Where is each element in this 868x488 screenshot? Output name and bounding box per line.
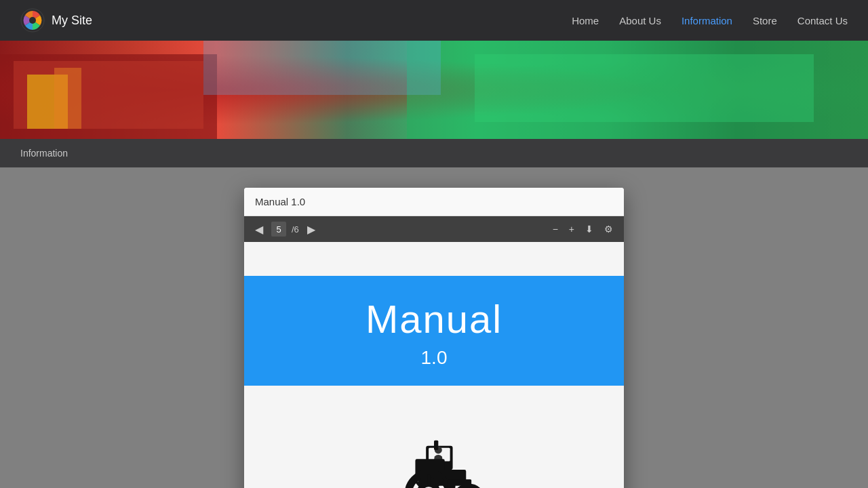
pdf-next-button[interactable]: ▶ xyxy=(304,222,318,237)
svg-rect-8 xyxy=(203,41,441,95)
site-title: My Site xyxy=(52,14,92,28)
pdf-viewer-modal: Manual 1.0 ◀ /6 ▶ − + ⬇ ⚙ Manual 1.0 xyxy=(244,188,624,488)
pdf-modal-title-text: Manual 1.0 xyxy=(255,196,305,207)
nav-item-information[interactable]: Information xyxy=(682,15,732,26)
main-content: Manual 1.0 ◀ /6 ▶ − + ⬇ ⚙ Manual 1.0 xyxy=(0,167,868,488)
nav-item-about[interactable]: About Us xyxy=(619,15,661,26)
svg-rect-5 xyxy=(54,68,81,129)
subheader-bar: Information xyxy=(0,139,868,167)
svg-point-16 xyxy=(419,484,438,488)
pdf-manual-title: Manual xyxy=(258,296,610,342)
pdf-modal-titlebar: Manual 1.0 xyxy=(244,188,624,216)
pdf-page-input[interactable] xyxy=(271,222,286,237)
nav-item-home[interactable]: Home xyxy=(572,15,599,26)
site-logo-icon xyxy=(20,8,45,33)
svg-rect-13 xyxy=(434,441,438,450)
pdf-zoom-in-button[interactable]: + xyxy=(566,222,577,236)
pdf-download-button[interactable]: ⬇ xyxy=(583,222,596,236)
pdf-settings-button[interactable]: ⚙ xyxy=(601,222,616,236)
pdf-blue-banner: Manual 1.0 xyxy=(244,276,624,386)
hero-svg xyxy=(0,41,868,139)
tractor-icon xyxy=(380,430,488,488)
pdf-white-top-margin xyxy=(244,242,624,276)
logo-area: My Site xyxy=(20,8,92,33)
pdf-manual-version: 1.0 xyxy=(258,347,610,369)
main-nav: Home About Us Information Store Contact … xyxy=(572,15,848,26)
pdf-prev-button[interactable]: ◀ xyxy=(252,222,266,237)
hero-image xyxy=(0,41,868,139)
header: My Site Home About Us Information Store … xyxy=(0,0,868,41)
pdf-page: Manual 1.0 xyxy=(244,242,624,488)
svg-rect-7 xyxy=(475,54,814,122)
nav-item-store[interactable]: Store xyxy=(753,15,777,26)
pdf-zoom-out-button[interactable]: − xyxy=(550,222,561,236)
svg-point-1 xyxy=(29,17,36,24)
pdf-illustration-area xyxy=(244,386,624,488)
pdf-toolbar: ◀ /6 ▶ − + ⬇ ⚙ xyxy=(244,216,624,242)
subheader-title: Information xyxy=(20,148,68,159)
pdf-page-total: /6 xyxy=(292,224,299,235)
svg-rect-33 xyxy=(448,479,471,485)
nav-item-contact[interactable]: Contact Us xyxy=(797,15,848,26)
pdf-content: Manual 1.0 xyxy=(244,242,624,488)
svg-rect-34 xyxy=(448,485,456,488)
